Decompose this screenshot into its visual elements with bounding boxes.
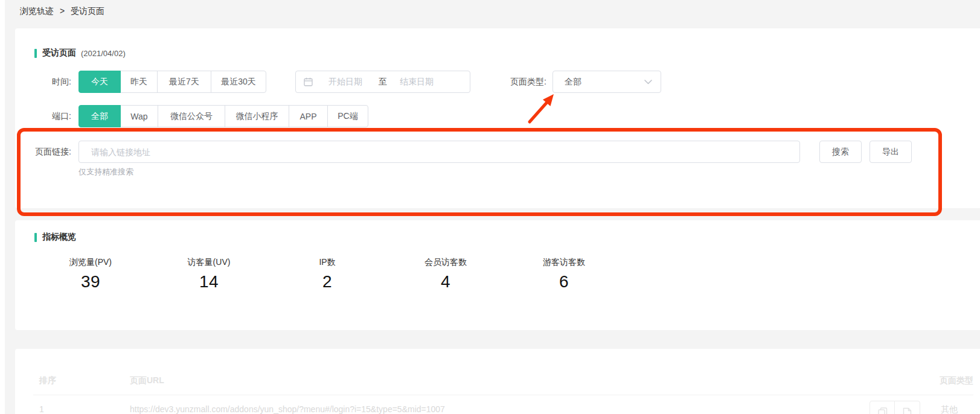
end-date-input[interactable]: 结束日期 — [400, 77, 434, 88]
date-range-picker[interactable]: 开始日期 至 结束日期 — [295, 71, 470, 93]
left-edge-strip — [0, 0, 5, 414]
metrics-row: 浏览量(PV) 39 访客量(UV) 14 IP数 2 会员访客数 4 游客访客… — [31, 257, 623, 291]
page-link-label: 页面链接: — [21, 147, 71, 158]
export-button[interactable]: 导出 — [870, 141, 912, 163]
copy-url-button[interactable] — [870, 401, 895, 414]
page: 浏览轨迹 > 受访页面 受访页面 (2021/04/02) 时间: 今天 昨天 … — [0, 0, 980, 414]
table-header-type: 页面类型 — [928, 375, 973, 386]
metric-label: 访客量(UV) — [150, 257, 268, 268]
port-option-wap[interactable]: Wap — [120, 105, 158, 127]
page-type-select[interactable]: 全部 — [552, 71, 661, 93]
page-link-input[interactable] — [78, 141, 800, 163]
breadcrumb-separator: > — [60, 6, 65, 16]
table-header-rank: 排序 — [39, 375, 56, 386]
breadcrumb-item-visited-pages: 受访页面 — [71, 6, 104, 16]
port-option-pc[interactable]: PC端 — [327, 105, 368, 127]
chevron-down-icon — [644, 80, 652, 84]
port-filter-group: 全部 Wap 微信公众号 微信小程序 APP PC端 — [78, 105, 368, 127]
metric-label: 会员访客数 — [386, 257, 505, 268]
page-type-label: 页面类型: — [503, 77, 546, 88]
time-option-last30days[interactable]: 最近30天 — [211, 71, 266, 93]
breadcrumb: 浏览轨迹 > 受访页面 — [20, 6, 104, 17]
title-accent-bar — [34, 49, 37, 58]
metric-uv: 访客量(UV) 14 — [150, 257, 268, 291]
table-header-url: 页面URL — [130, 375, 164, 386]
filter-card-title: 受访页面 (2021/04/02) — [34, 48, 126, 59]
time-filter-label: 时间: — [21, 77, 71, 88]
title-date-note: (2021/04/02) — [81, 49, 126, 58]
metric-pv: 浏览量(PV) 39 — [31, 257, 150, 291]
port-filter-label: 端口: — [21, 111, 71, 122]
search-hint-text: 仅支持精准搜索 — [78, 167, 133, 177]
metrics-card-title: 指标概览 — [34, 232, 76, 243]
page-type-selected-value: 全部 — [565, 77, 644, 88]
title-accent-bar — [34, 233, 37, 242]
metrics-title: 指标概览 — [42, 232, 76, 243]
breadcrumb-item-browse-trail[interactable]: 浏览轨迹 — [20, 6, 54, 16]
time-option-yesterday[interactable]: 昨天 — [120, 71, 158, 93]
metric-value: 4 — [386, 272, 505, 291]
port-option-wechat-miniprogram[interactable]: 微信小程序 — [225, 105, 289, 127]
time-filter-group: 今天 昨天 最近7天 最近30天 — [78, 71, 266, 93]
port-option-wechat-official[interactable]: 微信公众号 — [158, 105, 225, 127]
port-option-all[interactable]: 全部 — [78, 105, 121, 127]
metric-label: 游客访客数 — [505, 257, 623, 268]
time-option-last7days[interactable]: 最近7天 — [157, 71, 211, 93]
port-option-app[interactable]: APP — [289, 105, 328, 127]
date-range-separator: 至 — [296, 77, 470, 88]
metric-label: 浏览量(PV) — [31, 257, 150, 268]
document-icon — [903, 407, 912, 414]
copy-icon — [878, 407, 888, 414]
page-title: 受访页面 — [42, 48, 76, 59]
table-header-divider — [33, 395, 973, 395]
metric-member-visitors: 会员访客数 4 — [386, 257, 505, 291]
time-option-today[interactable]: 今天 — [78, 71, 121, 93]
search-button[interactable]: 搜索 — [819, 141, 862, 163]
table-row-rank: 1 — [39, 404, 44, 414]
table-row-url[interactable]: https://dev3.yunzmall.com/addons/yun_sho… — [130, 404, 445, 414]
metric-value: 2 — [268, 272, 386, 291]
metric-guest-visitors: 游客访客数 6 — [505, 257, 623, 291]
metric-value: 39 — [31, 272, 150, 291]
table-row-type: 其他 — [941, 404, 958, 414]
metric-label: IP数 — [268, 257, 386, 268]
metric-value: 6 — [505, 272, 623, 291]
metric-value: 14 — [150, 272, 268, 291]
view-document-button[interactable] — [894, 401, 920, 414]
metric-ip-count: IP数 2 — [268, 257, 386, 291]
